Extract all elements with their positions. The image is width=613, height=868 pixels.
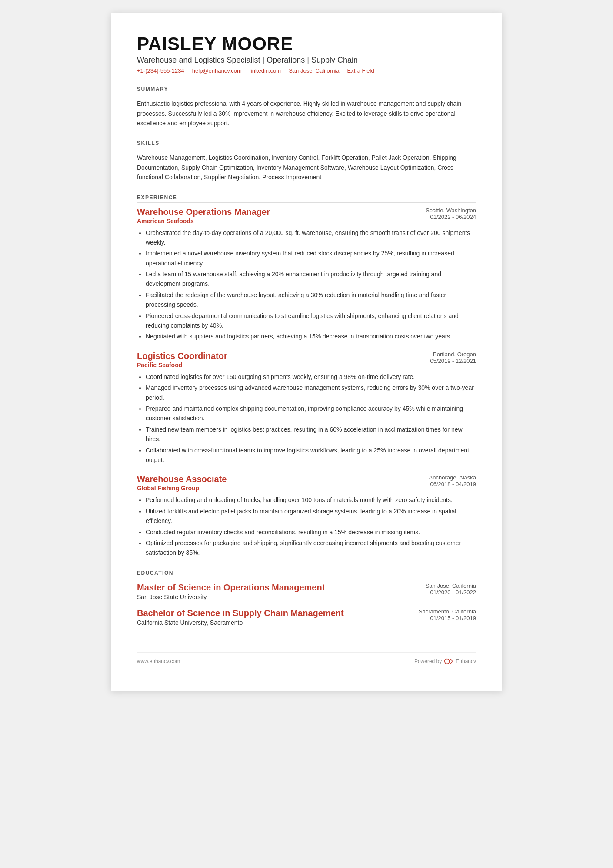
bullet-item: Coordinated logistics for over 150 outgo… — [146, 372, 476, 382]
bullet-item: Collaborated with cross-functional teams… — [146, 446, 476, 465]
experience-title: EXPERIENCE — [137, 194, 476, 203]
edu-left-1: Bachelor of Science in Supply Chain Mana… — [137, 608, 344, 626]
footer: www.enhancv.com Powered by Enhancv — [137, 652, 476, 665]
bullet-item: Utilized forklifts and electric pallet j… — [146, 506, 476, 526]
skills-section: SKILLS Warehouse Management, Logistics C… — [137, 140, 476, 182]
edu-school-1: California State University, Sacramento — [137, 619, 344, 626]
edu-header-0: Master of Science in Operations Manageme… — [137, 583, 476, 600]
candidate-name: PAISLEY MOORE — [137, 34, 476, 54]
edu-right-0: San Jose, California01/2020 - 01/2022 — [426, 583, 476, 596]
edu-school-0: San Jose State University — [137, 593, 325, 600]
exp-dates-1: 05/2019 - 12/2021 — [430, 358, 476, 364]
bullet-item: Implemented a novel warehouse inventory … — [146, 248, 476, 268]
education-list: Master of Science in Operations Manageme… — [137, 583, 476, 626]
resume-page: PAISLEY MOORE Warehouse and Logistics Sp… — [111, 13, 502, 691]
exp-title-0: Warehouse Operations Manager — [137, 207, 270, 217]
bullet-item: Led a team of 15 warehouse staff, achiev… — [146, 269, 476, 289]
exp-company-2: Global Fishing Group — [137, 485, 227, 492]
edu-header-1: Bachelor of Science in Supply Chain Mana… — [137, 608, 476, 626]
exp-title-2: Warehouse Associate — [137, 474, 227, 484]
summary-text: Enthusiastic logistics professional with… — [137, 99, 476, 128]
edu-degree-0: Master of Science in Operations Manageme… — [137, 583, 325, 593]
experience-entry-2: Warehouse AssociateGlobal Fishing GroupA… — [137, 474, 476, 557]
exp-header-1: Logistics CoordinatorPacific SeafoodPort… — [137, 351, 476, 369]
bullet-item: Orchestrated the day-to-day operations o… — [146, 228, 476, 248]
contact-phone: +1-(234)-555-1234 — [137, 67, 184, 74]
experience-entry-1: Logistics CoordinatorPacific SeafoodPort… — [137, 351, 476, 465]
summary-section: SUMMARY Enthusiastic logistics professio… — [137, 86, 476, 128]
skills-title: SKILLS — [137, 140, 476, 148]
exp-right-0: Seattle, Washington01/2022 - 06/2024 — [426, 207, 476, 220]
exp-bullets-2: Performed loading and unloading of truck… — [137, 495, 476, 557]
exp-left-0: Warehouse Operations ManagerAmerican Sea… — [137, 207, 270, 225]
brand-name: Enhancv — [456, 658, 476, 664]
bullet-item: Performed loading and unloading of truck… — [146, 495, 476, 505]
education-section: EDUCATION Master of Science in Operation… — [137, 570, 476, 626]
exp-right-2: Anchorage, Alaska06/2018 - 04/2019 — [429, 474, 476, 487]
experience-entry-0: Warehouse Operations ManagerAmerican Sea… — [137, 207, 476, 342]
header: PAISLEY MOORE Warehouse and Logistics Sp… — [137, 34, 476, 74]
bullet-item: Prepared and maintained complex shipping… — [146, 404, 476, 423]
exp-location-0: Seattle, Washington — [426, 207, 476, 214]
edu-dates-0: 01/2020 - 01/2022 — [426, 589, 476, 596]
exp-header-2: Warehouse AssociateGlobal Fishing GroupA… — [137, 474, 476, 492]
bullet-item: Conducted regular inventory checks and r… — [146, 527, 476, 537]
experience-section: EXPERIENCE Warehouse Operations ManagerA… — [137, 194, 476, 558]
bullet-item: Facilitated the redesign of the warehous… — [146, 290, 476, 310]
exp-dates-0: 01/2022 - 06/2024 — [426, 214, 476, 220]
footer-website: www.enhancv.com — [137, 658, 180, 664]
exp-header-0: Warehouse Operations ManagerAmerican Sea… — [137, 207, 476, 225]
enhancv-logo: Enhancv — [444, 658, 476, 665]
logo-icon — [444, 658, 454, 665]
edu-right-1: Sacramento, California01/2015 - 01/2019 — [419, 608, 476, 621]
exp-right-1: Portland, Oregon05/2019 - 12/2021 — [430, 351, 476, 364]
bullet-item: Trained new team members in logistics be… — [146, 425, 476, 444]
contact-row: +1-(234)-555-1234 help@enhancv.com linke… — [137, 67, 476, 74]
edu-entry-1: Bachelor of Science in Supply Chain Mana… — [137, 608, 476, 626]
edu-dates-1: 01/2015 - 01/2019 — [419, 615, 476, 621]
contact-linkedin: linkedin.com — [250, 67, 281, 74]
education-title: EDUCATION — [137, 570, 476, 578]
contact-extra: Extra Field — [347, 67, 374, 74]
exp-title-1: Logistics Coordinator — [137, 351, 227, 361]
exp-bullets-0: Orchestrated the day-to-day operations o… — [137, 228, 476, 342]
exp-left-2: Warehouse AssociateGlobal Fishing Group — [137, 474, 227, 492]
bullet-item: Negotiated with suppliers and logistics … — [146, 332, 476, 341]
bullet-item: Optimized processes for packaging and sh… — [146, 538, 476, 558]
exp-company-1: Pacific Seafood — [137, 362, 227, 369]
exp-location-1: Portland, Oregon — [430, 351, 476, 358]
edu-location-1: Sacramento, California — [419, 608, 476, 615]
bullet-item: Pioneered cross-departmental communicati… — [146, 311, 476, 331]
edu-location-0: San Jose, California — [426, 583, 476, 589]
exp-left-1: Logistics CoordinatorPacific Seafood — [137, 351, 227, 369]
exp-company-0: American Seafoods — [137, 218, 270, 225]
svg-point-0 — [445, 659, 450, 664]
edu-left-0: Master of Science in Operations Manageme… — [137, 583, 325, 600]
powered-by-label: Powered by — [414, 658, 442, 664]
skills-text: Warehouse Management, Logistics Coordina… — [137, 153, 476, 182]
exp-bullets-1: Coordinated logistics for over 150 outgo… — [137, 372, 476, 465]
contact-location: San Jose, California — [289, 67, 339, 74]
bullet-item: Managed inventory processes using advanc… — [146, 383, 476, 402]
summary-title: SUMMARY — [137, 86, 476, 94]
contact-email: help@enhancv.com — [192, 67, 242, 74]
experience-list: Warehouse Operations ManagerAmerican Sea… — [137, 207, 476, 558]
edu-entry-0: Master of Science in Operations Manageme… — [137, 583, 476, 600]
edu-degree-1: Bachelor of Science in Supply Chain Mana… — [137, 608, 344, 618]
footer-brand: Powered by Enhancv — [414, 658, 476, 665]
candidate-title: Warehouse and Logistics Specialist | Ope… — [137, 56, 476, 65]
exp-location-2: Anchorage, Alaska — [429, 474, 476, 481]
exp-dates-2: 06/2018 - 04/2019 — [429, 481, 476, 487]
